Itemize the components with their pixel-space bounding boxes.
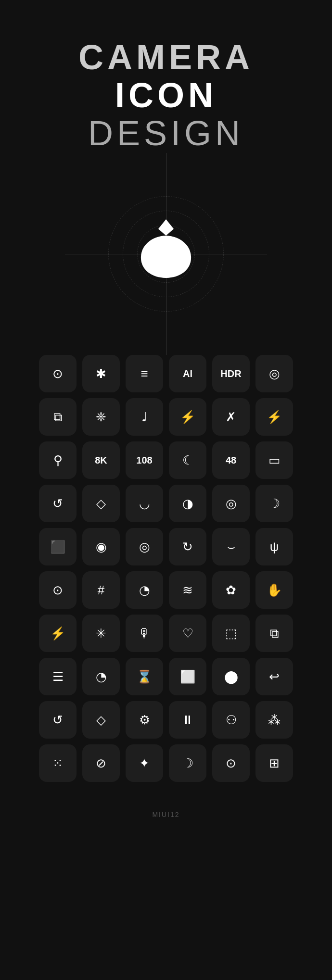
grid-4-icon-symbol: ⊞ <box>269 757 280 769</box>
ar-icon[interactable]: ⚲ <box>39 441 77 479</box>
menu-lines-icon[interactable]: ≡ <box>126 355 163 392</box>
dot-circle-icon[interactable]: ⊙ <box>212 744 250 782</box>
refresh-icon[interactable]: ↺ <box>39 701 77 739</box>
icon-row-4: ⬛◉◎↻⌣ψ <box>14 528 318 565</box>
icon-row-3: ↺◇◡◑◎☽ <box>14 485 318 522</box>
48-icon[interactable]: 48 <box>212 441 250 479</box>
clock-icon[interactable]: ◔ <box>82 658 120 695</box>
crop-icon[interactable]: ▭ <box>255 441 293 479</box>
waves-icon[interactable]: ≋ <box>169 571 206 609</box>
run-icon-symbol: ⚡ <box>50 627 65 640</box>
smile-icon[interactable]: ⌣ <box>212 528 250 565</box>
refresh-icon-symbol: ↺ <box>52 714 63 726</box>
target-icon[interactable]: ⊙ <box>39 571 77 609</box>
mic-icon[interactable]: 🎙 <box>126 615 163 652</box>
person-settings-icon[interactable]: ⚙ <box>126 701 163 739</box>
undo-icon-symbol: ↩ <box>269 670 280 683</box>
auto-flash-icon[interactable]: ⚡ <box>255 398 293 436</box>
logo-container <box>103 191 229 316</box>
toggle-icon[interactable]: ⬤ <box>212 658 250 695</box>
eye-right-icon[interactable]: ◑ <box>169 485 206 522</box>
clock-eye-icon-symbol: ◔ <box>139 584 150 596</box>
no-flash-icon-symbol: ✗ <box>226 411 236 423</box>
drop-icon[interactable]: ◇ <box>82 485 120 522</box>
group-icon-symbol: ⚇ <box>226 714 237 726</box>
sparkle-dots-icon[interactable]: ✳ <box>82 615 120 652</box>
camera-logo <box>128 215 204 292</box>
8k-icon[interactable]: 8K <box>82 441 120 479</box>
title-icon: ICON <box>115 76 217 114</box>
sparkle-icon[interactable]: ✦ <box>126 744 163 782</box>
clock-eye-icon[interactable]: ◔ <box>126 571 163 609</box>
ring-center-icon[interactable]: ◉ <box>82 528 120 565</box>
icon-row-2: ⚲8K108☾48▭ <box>14 441 318 479</box>
undo-icon[interactable]: ↩ <box>255 658 293 695</box>
rotate-icon-symbol: ↺ <box>52 497 63 510</box>
crescent-icon[interactable]: ☽ <box>169 744 206 782</box>
eye-icon[interactable]: ◎ <box>126 528 163 565</box>
moon-icon[interactable]: ☽ <box>255 485 293 522</box>
rotate-icon[interactable]: ↺ <box>39 485 77 522</box>
music-icon[interactable]: ♩ <box>126 398 163 436</box>
ar-icon-symbol: ⚲ <box>53 454 63 466</box>
grid-hash-icon[interactable]: # <box>82 571 120 609</box>
drop-icon-symbol: ◇ <box>96 497 106 510</box>
ai-icon-symbol: AI <box>183 369 192 378</box>
ai-icon[interactable]: AI <box>169 355 206 392</box>
heart-outline-icon[interactable]: ♡ <box>169 615 206 652</box>
eye-center-icon-symbol: ◎ <box>226 497 237 510</box>
flash-icon-symbol: ⚡ <box>180 411 195 423</box>
record-icon[interactable]: ⊙ <box>39 355 77 392</box>
flower-icon[interactable]: ✿ <box>212 571 250 609</box>
temperature-icon[interactable]: ψ <box>255 528 293 565</box>
flash-icon[interactable]: ⚡ <box>169 398 206 436</box>
logo-section <box>0 172 332 345</box>
108-icon-symbol: 108 <box>136 455 152 465</box>
run-icon[interactable]: ⚡ <box>39 615 77 652</box>
eye-right-icon-symbol: ◑ <box>182 497 193 510</box>
person-settings-icon-symbol: ⚙ <box>139 714 150 726</box>
hourglass-icon-symbol: ⌛ <box>137 670 152 683</box>
icon-row-6: ⚡✳🎙♡⬚⧉ <box>14 615 318 652</box>
equalizer-icon[interactable]: ⏸ <box>169 701 206 739</box>
asterisk-icon[interactable]: ⁂ <box>255 701 293 739</box>
settings-ring-icon-symbol: ◎ <box>269 367 280 380</box>
flip-icon[interactable]: ⧉ <box>255 615 293 652</box>
eye-closed-icon[interactable]: ◡ <box>126 485 163 522</box>
settings-ring-icon[interactable]: ◎ <box>255 355 293 392</box>
eye-center-icon[interactable]: ◎ <box>212 485 250 522</box>
hourglass-icon[interactable]: ⌛ <box>126 658 163 695</box>
aperture-icon-symbol: ❈ <box>96 411 106 423</box>
document-icon[interactable]: ☰ <box>39 658 77 695</box>
dual-screen-icon[interactable]: ⧉ <box>39 398 77 436</box>
temperature-icon-symbol: ψ <box>270 540 279 553</box>
cursor-icon-symbol: ✱ <box>96 367 106 380</box>
group-icon[interactable]: ⚇ <box>212 701 250 739</box>
sync-icon[interactable]: ↻ <box>169 528 206 565</box>
cursor-icon[interactable]: ✱ <box>82 355 120 392</box>
camera-small-icon-symbol: ⬚ <box>225 627 237 640</box>
aperture-icon[interactable]: ❈ <box>82 398 120 436</box>
hdr-icon[interactable]: HDR <box>212 355 250 392</box>
block-icon[interactable]: ⊘ <box>82 744 120 782</box>
night-mode-icon[interactable]: ☾ <box>169 441 206 479</box>
camera-small-icon[interactable]: ⬚ <box>212 615 250 652</box>
trash-icon[interactable]: ⬛ <box>39 528 77 565</box>
dual-screen-icon-symbol: ⧉ <box>53 411 63 423</box>
grid-4-icon[interactable]: ⊞ <box>255 744 293 782</box>
diamond-icon[interactable]: ◇ <box>82 701 120 739</box>
icon-row-9: ⁙⊘✦☽⊙⊞ <box>14 744 318 782</box>
flip-icon-symbol: ⧉ <box>270 627 279 640</box>
moon-icon-symbol: ☽ <box>269 497 280 510</box>
dots-circle-icon[interactable]: ⁙ <box>39 744 77 782</box>
footer: MIUI12 <box>0 801 332 838</box>
night-mode-icon-symbol: ☾ <box>182 454 193 466</box>
no-flash-icon[interactable]: ✗ <box>212 398 250 436</box>
svg-marker-0 <box>158 219 174 236</box>
108-icon[interactable]: 108 <box>126 441 163 479</box>
eye-closed-icon-symbol: ◡ <box>139 497 150 510</box>
square-icon-symbol: ⬜ <box>180 670 195 683</box>
square-icon[interactable]: ⬜ <box>169 658 206 695</box>
eye-icon-symbol: ◎ <box>139 540 150 553</box>
hand-icon[interactable]: ✋ <box>255 571 293 609</box>
